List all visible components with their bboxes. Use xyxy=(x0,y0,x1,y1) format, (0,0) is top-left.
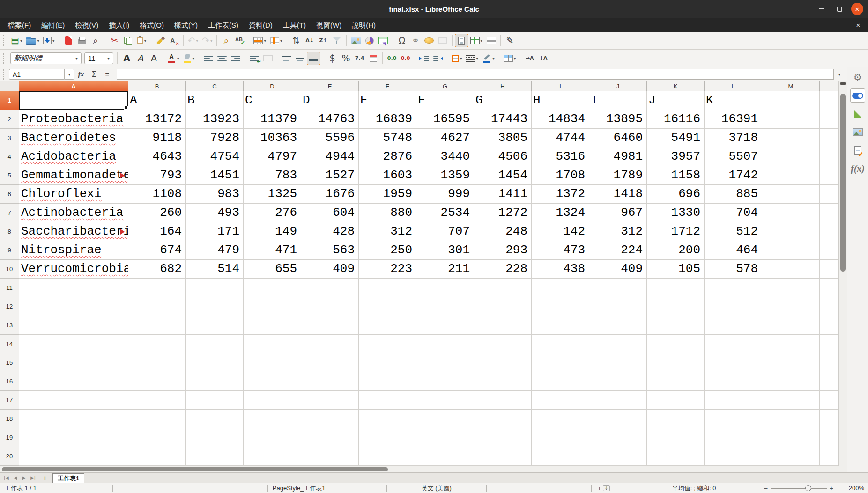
cell-A2[interactable]: Proteobacteria xyxy=(19,110,128,129)
column-header-H[interactable]: H xyxy=(474,81,532,91)
cell-E18[interactable] xyxy=(301,410,359,428)
cell-F14[interactable] xyxy=(359,335,416,353)
cell-F15[interactable] xyxy=(359,353,416,372)
cell-A8[interactable]: Saccharibacteri xyxy=(19,222,128,241)
cell-B7[interactable]: 260 xyxy=(128,204,186,222)
zoom-level[interactable]: 200% xyxy=(840,485,864,492)
format-currency-button[interactable]: $ xyxy=(326,52,339,65)
cell-K3[interactable]: 5491 xyxy=(647,129,705,147)
sort-button[interactable]: ⇅ xyxy=(289,34,303,47)
cell-L6[interactable]: 885 xyxy=(705,185,762,204)
cell-H10[interactable]: 228 xyxy=(474,260,532,279)
menu-data[interactable]: 資料(D) xyxy=(244,18,278,32)
cell-J20[interactable] xyxy=(589,447,647,466)
cell-A12[interactable] xyxy=(19,297,128,316)
cell-filler-12[interactable] xyxy=(820,297,838,316)
cell-I20[interactable] xyxy=(532,447,589,466)
highlighting-color-button[interactable]: ▾ xyxy=(181,52,197,65)
cell-M2[interactable] xyxy=(762,110,820,129)
cell-G5[interactable]: 1359 xyxy=(416,166,474,185)
properties-deck-button[interactable] xyxy=(850,88,865,103)
cell-L8[interactable]: 512 xyxy=(705,222,762,241)
borders-button[interactable]: ▾ xyxy=(450,52,464,65)
column-header-K[interactable]: K xyxy=(647,81,705,91)
cell-M20[interactable] xyxy=(762,447,820,466)
cell-filler-14[interactable] xyxy=(820,335,838,353)
cell-D7[interactable]: 276 xyxy=(244,204,301,222)
menu-window[interactable]: 視窗(W) xyxy=(311,18,347,32)
gallery-deck-button[interactable] xyxy=(850,125,865,139)
cell-B8[interactable]: 164 xyxy=(128,222,186,241)
menu-styles[interactable]: 樣式(Y) xyxy=(169,18,203,32)
cell-D12[interactable] xyxy=(244,297,301,316)
text-direction-left-to-right-button[interactable]: →A xyxy=(523,52,536,65)
formula-input[interactable] xyxy=(117,69,834,80)
cell-J14[interactable] xyxy=(589,335,647,353)
cell-H14[interactable] xyxy=(474,335,532,353)
insert-column-dropdown[interactable]: ▾ xyxy=(280,38,282,43)
cell-I10[interactable]: 438 xyxy=(532,260,589,279)
cell-I3[interactable]: 4744 xyxy=(532,129,589,147)
cell-D3[interactable]: 10363 xyxy=(244,129,301,147)
add-decimal-place-button[interactable]: 0.0 xyxy=(385,52,399,65)
selection-statistics[interactable]: 平均值: ; 總和: 0 xyxy=(627,484,761,493)
special-character-button[interactable]: Ω xyxy=(395,34,409,47)
cell-J6[interactable]: 1418 xyxy=(589,185,647,204)
minimize-button[interactable] xyxy=(816,3,828,15)
cell-E10[interactable]: 409 xyxy=(301,260,359,279)
freeze-panes-dropdown[interactable]: ▾ xyxy=(481,38,483,43)
cell-A11[interactable] xyxy=(19,279,128,297)
vertical-scrollbar[interactable] xyxy=(838,81,847,466)
cell-D1[interactable]: C xyxy=(244,91,301,110)
split-window-button[interactable] xyxy=(484,34,498,47)
cell-G3[interactable]: 4627 xyxy=(416,129,474,147)
wrap-text-button[interactable] xyxy=(247,52,261,65)
cell-D20[interactable] xyxy=(244,447,301,466)
cell-E13[interactable] xyxy=(301,316,359,335)
cell-M1[interactable] xyxy=(762,91,820,110)
cell-G14[interactable] xyxy=(416,335,474,353)
cell-D8[interactable]: 149 xyxy=(244,222,301,241)
column-header-F[interactable]: F xyxy=(359,81,416,91)
menu-edit[interactable]: 編輯(E) xyxy=(36,18,70,32)
name-box-dropdown[interactable]: ▾ xyxy=(64,69,74,80)
cell-H13[interactable] xyxy=(474,316,532,335)
cell-L3[interactable]: 3718 xyxy=(705,129,762,147)
cell-filler-4[interactable] xyxy=(820,147,838,166)
row-header-3[interactable]: 3 xyxy=(0,129,19,147)
cell-D4[interactable]: 4797 xyxy=(244,147,301,166)
cell-G13[interactable] xyxy=(416,316,474,335)
cell-filler-17[interactable] xyxy=(820,391,838,410)
row-header-19[interactable]: 19 xyxy=(0,428,19,447)
cell-M7[interactable] xyxy=(762,204,820,222)
cell-F7[interactable]: 880 xyxy=(359,204,416,222)
cell-J9[interactable]: 224 xyxy=(589,241,647,260)
highlighting-color-dropdown[interactable]: ▾ xyxy=(193,56,195,61)
row-header-8[interactable]: 8 xyxy=(0,222,19,241)
cell-D18[interactable] xyxy=(244,410,301,428)
column-header-D[interactable]: D xyxy=(244,81,301,91)
row-header-15[interactable]: 15 xyxy=(0,353,19,372)
cell-B18[interactable] xyxy=(128,410,186,428)
cell-F11[interactable] xyxy=(359,279,416,297)
cell-G7[interactable]: 2534 xyxy=(416,204,474,222)
print-button[interactable] xyxy=(75,34,89,47)
cell-G17[interactable] xyxy=(416,391,474,410)
cell-J13[interactable] xyxy=(589,316,647,335)
cell-A9[interactable]: Nitrospirae xyxy=(19,241,128,260)
cell-A4[interactable]: Acidobacteria xyxy=(19,147,128,166)
cell-D5[interactable]: 783 xyxy=(244,166,301,185)
zoom-slider-thumb[interactable] xyxy=(805,485,811,491)
cell-M5[interactable] xyxy=(762,166,820,185)
cell-B4[interactable]: 4643 xyxy=(128,147,186,166)
cell-I15[interactable] xyxy=(532,353,589,372)
format-date-button[interactable] xyxy=(366,52,380,65)
cell-M16[interactable] xyxy=(762,372,820,391)
cell-C9[interactable]: 479 xyxy=(186,241,244,260)
cell-M4[interactable] xyxy=(762,147,820,166)
cell-D16[interactable] xyxy=(244,372,301,391)
page-style[interactable]: PageStyle_工作表1 xyxy=(268,484,386,493)
increase-indent-button[interactable] xyxy=(417,52,431,65)
column-header-J[interactable]: J xyxy=(589,81,647,91)
cell-F17[interactable] xyxy=(359,391,416,410)
